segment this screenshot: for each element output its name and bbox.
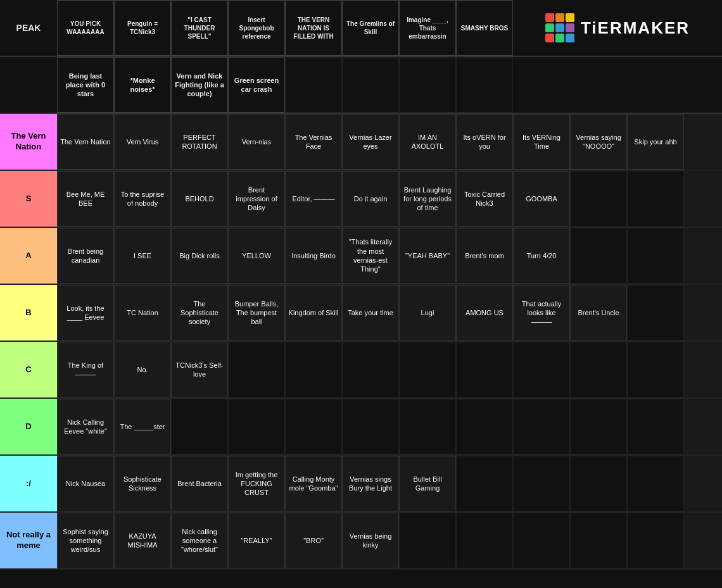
tier-cell-not-8: [513, 513, 570, 568]
tier-cell-vern-2: PERFECT ROTATION: [171, 114, 228, 170]
tier-cells-d: Nick Calling Eevee "white"The _____ster: [57, 399, 722, 454]
tier-cell-slash-10: [627, 456, 684, 511]
tier-cell-s-1: To the suprise of nobody: [114, 171, 171, 227]
tier-cell-c-3: [228, 342, 285, 397]
tier-cell-slash-4: Calling Monty mole "Goomba": [285, 456, 342, 511]
header-row-2: Being last place with 0 stars *Monke noi…: [57, 57, 513, 113]
tier-label-slash: :/: [0, 456, 57, 511]
tier-cell-a-5: "Thats literally the most vernias-est Th…: [342, 228, 399, 284]
tier-cell-s-2: BEHOLD: [171, 171, 228, 227]
brand-area: TiERMAKER: [513, 0, 722, 56]
tier-cell-s-3: Brent impression of Daisy: [228, 171, 285, 227]
tier-cells-s: Bee Me, ME BEETo the suprise of nobodyBE…: [57, 171, 722, 227]
tier-cell-a-3: YELLOW: [228, 228, 285, 284]
tier-cell-b-1: TC Nation: [114, 285, 171, 341]
tiermaker-logo: TiERMAKER: [545, 13, 690, 42]
tier-cell-s-4: Editor, ———: [285, 171, 342, 227]
tier-cell-b-7: AMONG US: [456, 285, 513, 341]
header-row-1: YOU PICK WAAAAAAA Penguin = TCNick3 "I C…: [57, 0, 722, 56]
header-cell-1: Penguin = TCNick3: [114, 0, 171, 56]
header-cell-7: SMASHY BROS: [456, 0, 513, 56]
tier-cell-not-2: Nick calling someone a "whore/slut": [171, 513, 228, 568]
tier-cell-d-5: [342, 399, 399, 454]
tier-cells-a: Brent being canadianI SEEBig Dick rollsY…: [57, 228, 722, 284]
tier-cell-c-5: [342, 342, 399, 397]
peak-cell-2: Vern and Nick Fighting (like a couple): [171, 57, 228, 113]
tier-cell-b-2: The Sophisticate society: [171, 285, 228, 341]
tier-cell-vern-7: Its oVERN for you: [456, 114, 513, 170]
logo-grid-icon: [545, 13, 574, 42]
tier-cell-vern-3: Vern-nias: [228, 114, 285, 170]
tier-cell-c-8: [513, 342, 570, 397]
tier-cell-s-5: Do it again: [342, 171, 399, 227]
tier-cell-b-9: Brent's Uncle: [570, 285, 627, 341]
tier-cell-vern-0: The Vern Nation: [57, 114, 114, 170]
tier-row-vern: The Vern NationThe Vern NationVern Virus…: [0, 114, 722, 171]
peak-cell-1: *Monke noises*: [114, 57, 171, 113]
tier-cell-b-5: Take your time: [342, 285, 399, 341]
tier-label-not: Not really a meme: [0, 513, 57, 568]
tier-cell-s-6: Brent Laughing for long periods of time: [399, 171, 456, 227]
tier-cell-a-7: Brent's mom: [456, 228, 513, 284]
tier-cell-a-2: Big Dick rolls: [171, 228, 228, 284]
tier-row-s: SBee Me, ME BEETo the suprise of nobodyB…: [0, 171, 722, 228]
tier-cell-slash-3: Im getting the FUCKING CRUST: [228, 456, 285, 511]
tier-cell-vern-6: IM AN AXOLOTL: [399, 114, 456, 170]
tier-cell-b-0: Look, its the ____ Eevee: [57, 285, 114, 341]
tier-cell-vern-9: Vernias saying "NOOOO": [570, 114, 627, 170]
tier-cell-a-1: I SEE: [114, 228, 171, 284]
tier-cell-not-7: [456, 513, 513, 568]
header-cell-3: Insert Spongebob reference: [228, 0, 285, 56]
tier-cell-a-10: [627, 228, 684, 284]
tier-row-b: BLook, its the ____ EeveeTC NationThe So…: [0, 285, 722, 342]
tier-cell-c-10: [627, 342, 684, 397]
tier-label-c: C: [0, 342, 57, 397]
tier-cell-b-4: Kingdom of Skill: [285, 285, 342, 341]
tier-cell-c-7: [456, 342, 513, 397]
tier-cell-a-0: Brent being canadian: [57, 228, 114, 284]
tier-cell-slash-0: Nick Nausea: [57, 456, 114, 511]
tier-cell-s-8: GOOMBA: [513, 171, 570, 227]
tier-cell-b-6: Lugi: [399, 285, 456, 341]
tier-cell-d-2: [171, 399, 228, 454]
tier-cell-slash-2: Brent Bacteria: [171, 456, 228, 511]
tier-cell-c-9: [570, 342, 627, 397]
tier-row-a: ABrent being canadianI SEEBig Dick rolls…: [0, 228, 722, 285]
tier-cell-slash-9: [570, 456, 627, 511]
tier-cell-d-4: [285, 399, 342, 454]
tier-cell-s-9: [570, 171, 627, 227]
tier-cell-c-1: No.: [114, 342, 171, 397]
header-cell-0: YOU PICK WAAAAAAA: [57, 0, 114, 56]
tier-cells-vern: The Vern NationVern VirusPERFECT ROTATIO…: [57, 114, 722, 170]
tier-cell-s-0: Bee Me, ME BEE: [57, 171, 114, 227]
tier-cell-vern-5: Vernias Lazer eyes: [342, 114, 399, 170]
tier-row-d: DNick Calling Eevee "white"The _____ster: [0, 399, 722, 456]
tier-cell-not-0: Sophist saying something weird/sus: [57, 513, 114, 568]
tier-label-s: S: [0, 171, 57, 227]
tier-cell-slash-5: Vernias sings Bury the Light: [342, 456, 399, 511]
tier-label-d: D: [0, 399, 57, 454]
tier-cell-c-4: [285, 342, 342, 397]
tier-label-b: B: [0, 285, 57, 341]
tier-cell-d-9: [570, 399, 627, 454]
tier-cell-d-1: The _____ster: [114, 399, 171, 454]
tier-cell-c-0: The King of ———: [57, 342, 114, 397]
tier-cell-not-5: Vernias being kinky: [342, 513, 399, 568]
tier-cells-not: Sophist saying something weird/susKAZUYA…: [57, 513, 722, 568]
tier-label-vern: The Vern Nation: [0, 114, 57, 170]
tier-cell-not-1: KAZUYA MISHIMA: [114, 513, 171, 568]
tier-cell-d-0: Nick Calling Eevee "white": [57, 399, 114, 454]
tier-cell-a-8: Turn 4/20: [513, 228, 570, 284]
tier-cell-slash-1: Sophisticate Sickness: [114, 456, 171, 511]
tier-row-not: Not really a memeSophist saying somethin…: [0, 513, 722, 570]
tier-cell-d-6: [399, 399, 456, 454]
tier-cell-not-3: "REALLY": [228, 513, 285, 568]
tier-cell-slash-7: [456, 456, 513, 511]
peak-header-label: PEAK: [16, 23, 41, 33]
tier-row-slash: :/Nick NauseaSophisticate SicknessBrent …: [0, 456, 722, 513]
tier-cells-b: Look, its the ____ EeveeTC NationThe Sop…: [57, 285, 722, 341]
tier-cell-vern-10: Skip your ahh: [627, 114, 684, 170]
peak-cell-3: Green screen car crash: [228, 57, 285, 113]
tier-cell-slash-6: Bullet Bill Gaming: [399, 456, 456, 511]
tier-cells-slash: Nick NauseaSophisticate SicknessBrent Ba…: [57, 456, 722, 511]
